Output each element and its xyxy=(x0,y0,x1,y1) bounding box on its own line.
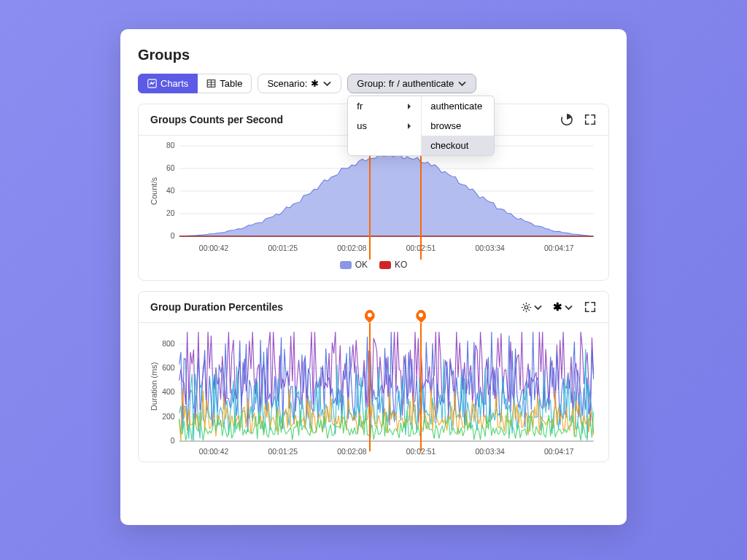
gear-icon xyxy=(521,302,532,313)
svg-text:Duration (ms): Duration (ms) xyxy=(149,362,158,411)
table-view-button[interactable]: Table xyxy=(198,74,252,93)
chart1-legend: OKKO xyxy=(146,257,601,277)
svg-text:0: 0 xyxy=(171,437,175,445)
menu-item-browse[interactable]: browse xyxy=(422,116,494,136)
view-segmented-control: Charts Table xyxy=(138,74,252,93)
card-title: Group Duration Percentiles xyxy=(150,301,283,313)
legend-item-ko[interactable]: KO xyxy=(379,260,407,270)
svg-text:80: 80 xyxy=(166,141,175,149)
fullscreen-button[interactable] xyxy=(584,113,597,126)
menu-item-checkout[interactable]: checkout xyxy=(422,136,494,155)
charts-view-button[interactable]: Charts xyxy=(138,74,198,93)
svg-text:200: 200 xyxy=(162,413,175,421)
time-marker-b[interactable] xyxy=(420,323,422,451)
card-tools: ✱ xyxy=(521,300,597,314)
chevron-down-icon xyxy=(533,303,543,312)
menu-col-regions: frus xyxy=(348,96,421,155)
menu-item-us[interactable]: us xyxy=(348,116,421,136)
svg-text:00:00:42: 00:00:42 xyxy=(199,448,229,456)
settings-button[interactable] xyxy=(521,302,543,313)
duration-percentiles-chart[interactable]: 020040060080000:00:4200:01:2500:02:0800:… xyxy=(146,327,601,459)
svg-text:800: 800 xyxy=(162,340,175,348)
svg-text:0: 0 xyxy=(171,232,175,240)
card-tools xyxy=(560,113,597,126)
card-duration-percentiles: Group Duration Percentiles ✱ 02004006008… xyxy=(138,291,609,462)
svg-text:20: 20 xyxy=(166,209,175,217)
group-dropdown-menu: frus authenticatebrowsecheckout xyxy=(347,96,495,156)
svg-text:00:00:42: 00:00:42 xyxy=(199,244,229,252)
asterisk-icon: ✱ xyxy=(553,300,562,314)
chart-icon xyxy=(147,79,157,88)
svg-text:00:02:08: 00:02:08 xyxy=(337,448,367,456)
chart-body-2: 020040060080000:00:4200:01:2500:02:0800:… xyxy=(139,323,608,462)
svg-text:600: 600 xyxy=(162,364,175,372)
scenario-label: Scenario: xyxy=(267,78,307,89)
series-filter-button[interactable]: ✱ xyxy=(553,300,573,314)
svg-point-20 xyxy=(525,306,528,309)
chart-body-1: 02040608000:00:4200:01:2500:02:0800:02:5… xyxy=(139,136,608,280)
menu-item-authenticate[interactable]: authenticate xyxy=(422,96,494,116)
chevron-down-icon xyxy=(322,79,332,88)
svg-text:00:01:25: 00:01:25 xyxy=(268,448,298,456)
svg-text:00:04:17: 00:04:17 xyxy=(544,448,574,456)
pie-partial-icon xyxy=(560,113,573,126)
chart-type-button[interactable] xyxy=(560,113,573,126)
chevron-down-icon xyxy=(457,79,467,88)
legend-item-ok[interactable]: OK xyxy=(340,260,368,270)
svg-text:00:01:25: 00:01:25 xyxy=(268,244,298,252)
card-title: Groups Counts per Second xyxy=(150,114,283,125)
scenario-value: ✱ xyxy=(311,78,319,89)
svg-text:00:02:08: 00:02:08 xyxy=(337,244,367,252)
svg-text:00:03:34: 00:03:34 xyxy=(475,448,505,456)
table-view-label: Table xyxy=(220,78,242,89)
expand-icon xyxy=(584,300,597,314)
group-filter-button[interactable]: Group: fr / authenticate xyxy=(347,74,476,93)
svg-text:60: 60 xyxy=(166,164,175,172)
charts-view-label: Charts xyxy=(160,78,188,89)
group-filter-wrap: Group: fr / authenticate frus authentica… xyxy=(347,74,476,93)
groups-counts-chart[interactable]: 02040608000:00:4200:01:2500:02:0800:02:5… xyxy=(146,140,601,257)
svg-text:Count/s: Count/s xyxy=(149,177,158,205)
svg-text:00:03:34: 00:03:34 xyxy=(475,244,505,252)
time-marker-a[interactable] xyxy=(369,323,371,451)
groups-panel: Groups Charts Table Scenario: ✱ Group: f… xyxy=(120,29,627,525)
svg-text:400: 400 xyxy=(162,389,175,397)
menu-col-groups: authenticatebrowsecheckout xyxy=(421,96,494,155)
menu-item-fr[interactable]: fr xyxy=(348,96,421,116)
page-title: Groups xyxy=(138,47,609,63)
toolbar: Charts Table Scenario: ✱ Group: fr / aut… xyxy=(138,74,609,93)
svg-text:00:04:17: 00:04:17 xyxy=(544,244,574,252)
chevron-down-icon xyxy=(564,303,573,312)
expand-icon xyxy=(584,113,597,126)
scenario-filter-button[interactable]: Scenario: ✱ xyxy=(258,74,341,93)
group-filter-label: Group: fr / authenticate xyxy=(357,78,454,89)
svg-text:40: 40 xyxy=(166,187,175,195)
table-icon xyxy=(206,79,216,88)
fullscreen-button[interactable] xyxy=(584,300,597,314)
